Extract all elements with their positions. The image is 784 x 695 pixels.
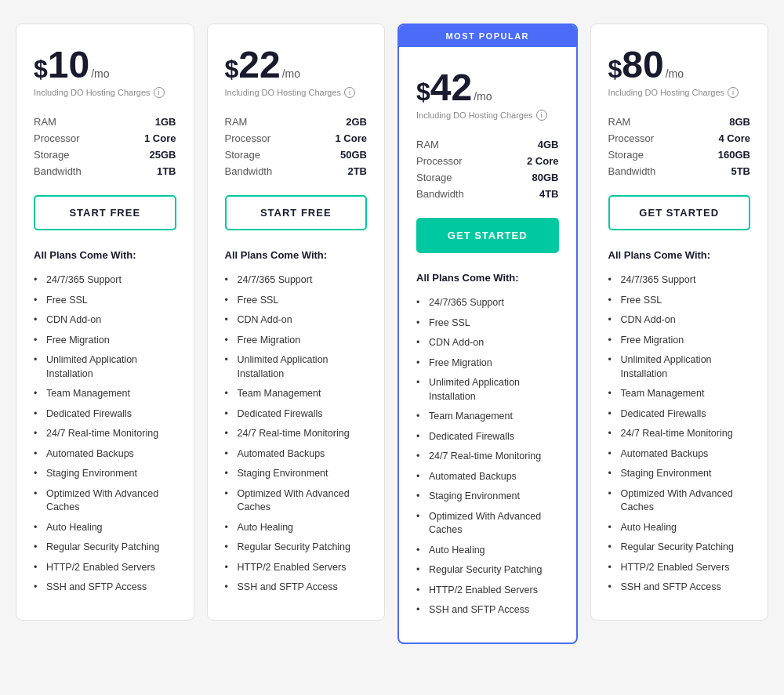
- feature-item: Free Migration: [416, 353, 559, 374]
- spec-value: 1 Core: [336, 132, 367, 144]
- spec-value: 25GB: [150, 149, 176, 161]
- feature-item: 24/7/365 Support: [225, 270, 368, 291]
- feature-item: Automated Backups: [34, 444, 176, 465]
- spec-label: Processor: [225, 132, 271, 144]
- spec-label: Bandwidth: [416, 188, 464, 200]
- feature-item: Free SSL: [34, 291, 176, 311]
- spec-row: Storage 50GB: [225, 147, 368, 163]
- spec-value: 1GB: [155, 116, 176, 128]
- feature-item: Free Migration: [608, 331, 751, 351]
- feature-item: 24/7/365 Support: [34, 270, 176, 291]
- feature-item: Optimized With Advanced Caches: [225, 484, 368, 518]
- feature-item: Regular Security Patching: [416, 560, 559, 581]
- price-period: /mo: [666, 67, 684, 80]
- feature-item: Unlimited Application Installation: [225, 350, 368, 384]
- feature-item: Optimized With Advanced Caches: [34, 484, 176, 518]
- spec-value: 2GB: [346, 116, 367, 128]
- price-row: $ 22 /mo: [225, 46, 368, 84]
- feature-item: Staging Environment: [416, 487, 559, 507]
- price-currency: $: [608, 55, 622, 84]
- cta-button[interactable]: GET STARTED: [608, 195, 751, 230]
- feature-item: Optimized With Advanced Caches: [416, 507, 559, 541]
- feature-item: 24/7 Real-time Monitoring: [608, 424, 751, 444]
- spec-label: Storage: [608, 149, 644, 161]
- feature-item: Team Management: [225, 384, 368, 404]
- feature-item: Optimized With Advanced Caches: [608, 484, 751, 518]
- spec-row: Storage 160GB: [608, 147, 751, 163]
- info-icon: i: [536, 110, 547, 121]
- price-row: $ 42 /mo: [416, 69, 559, 107]
- spec-label: Processor: [34, 132, 80, 144]
- feature-item: 24/7 Real-time Monitoring: [416, 447, 559, 467]
- cta-button[interactable]: START FREE: [34, 195, 176, 230]
- plan-card-42: MOST POPULAR $ 42 /mo Including DO Hosti…: [397, 24, 578, 644]
- feature-item: HTTP/2 Enabled Servers: [225, 558, 368, 578]
- hosting-note: Including DO Hosting Charges i: [608, 87, 751, 98]
- feature-item: Team Management: [34, 384, 176, 404]
- feature-item: Dedicated Firewalls: [225, 404, 368, 425]
- feature-item: Dedicated Firewalls: [34, 404, 176, 425]
- spec-value: 4TB: [539, 188, 559, 200]
- features-list: 24/7/365 SupportFree SSLCDN Add-onFree M…: [416, 293, 559, 621]
- spec-row: Processor 1 Core: [225, 130, 368, 147]
- cta-button[interactable]: START FREE: [225, 195, 368, 230]
- spec-label: Processor: [416, 155, 463, 167]
- spec-value: 80GB: [532, 172, 559, 183]
- feature-item: Auto Healing: [416, 541, 559, 561]
- feature-item: Free SSL: [225, 291, 368, 311]
- hosting-note: Including DO Hosting Charges i: [225, 87, 368, 98]
- cta-button[interactable]: GET STARTED: [416, 218, 559, 253]
- feature-item: SSH and SFTP Access: [416, 600, 559, 621]
- spec-row: Bandwidth 1TB: [34, 163, 176, 179]
- feature-item: Team Management: [416, 407, 559, 427]
- spec-label: Bandwidth: [34, 165, 82, 177]
- spec-label: Bandwidth: [608, 165, 656, 177]
- plan-card-80: $ 80 /mo Including DO Hosting Charges i …: [590, 24, 769, 621]
- features-heading: All Plans Come With:: [608, 249, 751, 261]
- feature-item: Unlimited Application Installation: [34, 350, 176, 384]
- spec-label: RAM: [416, 139, 439, 150]
- feature-item: Staging Environment: [608, 464, 751, 484]
- specs-table: RAM 2GB Processor 1 Core Storage 50GB Ba…: [225, 114, 368, 179]
- price-currency: $: [225, 55, 239, 84]
- spec-value: 4 Core: [719, 132, 750, 144]
- spec-row: Bandwidth 2TB: [225, 163, 368, 179]
- features-heading: All Plans Come With:: [416, 272, 559, 284]
- feature-item: Automated Backups: [225, 444, 368, 465]
- price-amount: 22: [238, 46, 280, 84]
- spec-value: 50GB: [340, 149, 367, 161]
- spec-label: Storage: [416, 172, 452, 183]
- spec-row: Storage 80GB: [416, 169, 559, 186]
- feature-item: Free SSL: [416, 313, 559, 334]
- feature-item: 24/7/365 Support: [416, 293, 559, 313]
- price-period: /mo: [91, 67, 109, 80]
- feature-item: CDN Add-on: [34, 310, 176, 331]
- spec-label: Processor: [608, 132, 655, 144]
- price-currency: $: [34, 55, 48, 84]
- feature-item: Free Migration: [34, 331, 176, 351]
- feature-item: 24/7/365 Support: [608, 270, 751, 291]
- feature-item: Regular Security Patching: [608, 538, 751, 558]
- feature-item: Staging Environment: [34, 464, 176, 484]
- spec-value: 5TB: [731, 165, 750, 177]
- spec-row: Storage 25GB: [34, 147, 176, 163]
- feature-item: CDN Add-on: [608, 310, 751, 331]
- pricing-container: $ 10 /mo Including DO Hosting Charges i …: [16, 24, 768, 644]
- feature-item: Team Management: [608, 384, 751, 404]
- features-list: 24/7/365 SupportFree SSLCDN Add-onFree M…: [608, 270, 751, 598]
- popular-badge: MOST POPULAR: [399, 25, 576, 47]
- specs-table: RAM 4GB Processor 2 Core Storage 80GB Ba…: [416, 136, 559, 202]
- spec-row: RAM 1GB: [34, 114, 176, 130]
- spec-row: Processor 1 Core: [34, 130, 176, 147]
- feature-item: Dedicated Firewalls: [608, 404, 751, 425]
- hosting-note: Including DO Hosting Charges i: [34, 87, 176, 98]
- spec-label: RAM: [225, 116, 248, 128]
- feature-item: CDN Add-on: [225, 310, 368, 331]
- feature-item: SSH and SFTP Access: [608, 577, 751, 598]
- plan-card-10: $ 10 /mo Including DO Hosting Charges i …: [16, 24, 194, 621]
- info-icon: i: [154, 87, 165, 98]
- feature-item: Dedicated Firewalls: [416, 427, 559, 447]
- feature-item: Unlimited Application Installation: [608, 350, 751, 384]
- feature-item: SSH and SFTP Access: [225, 577, 368, 598]
- plan-card-22: $ 22 /mo Including DO Hosting Charges i …: [207, 24, 386, 621]
